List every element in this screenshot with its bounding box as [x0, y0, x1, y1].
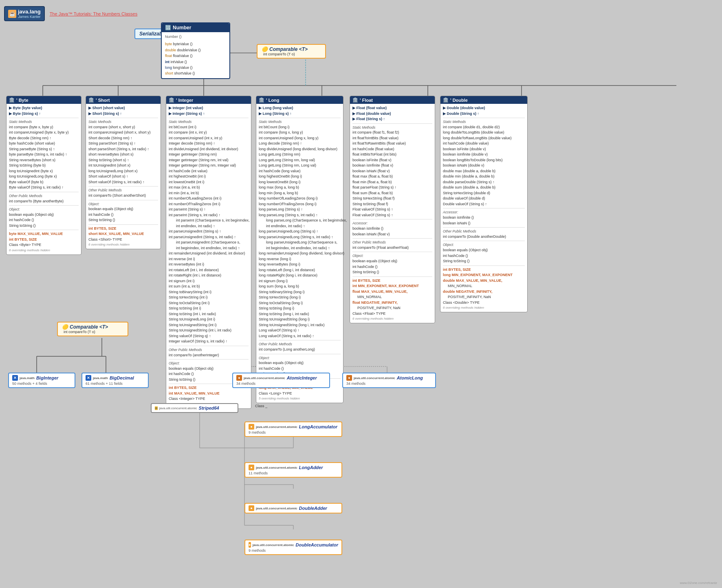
long-m11: long lowestOneBit (long i) — [259, 180, 341, 185]
long-m26: long reverseBytes (long i) — [259, 262, 341, 268]
short-body: ▶ Short (short value) ▶ Short (String s)… — [86, 104, 161, 249]
float-m16: Float valueOf (String s) ↑ — [352, 213, 432, 218]
int-m34: String toString (int i) — [169, 306, 249, 312]
double-line1: ▶ Double (double value) — [443, 105, 525, 111]
int-m22: int parseUnsignedInt (CharSequence s, — [169, 240, 249, 246]
int-m37: String toUnsignedString (int i) — [169, 323, 249, 328]
comparable-top-icon: 🟡 — [262, 46, 268, 52]
long-class-box: 🏛️ ' Long ▶ Long (long value) ▶ Long (St… — [256, 96, 343, 403]
long-m36: String toUnsignedString (long i) — [259, 317, 341, 323]
byte-object-label: Object: — [9, 207, 79, 212]
longaccumulator-header: ● java.util.concurrent.atomic LongAccumu… — [249, 424, 338, 430]
long-m31: String toBinaryString (long i) — [259, 290, 341, 295]
comparable-top-method: int compareTo (T o) — [262, 52, 321, 56]
short-icon: 🏛️ — [88, 97, 94, 103]
atomicinteger-detail: 34 methods — [236, 382, 326, 386]
int-f3: Class <Integer> TYPE — [169, 396, 249, 402]
biginteger-box: ✕ java.math BigInteger 50 methods + 4 fi… — [8, 373, 75, 388]
long-m27: long rotateLeft (long i, int distance) — [259, 268, 341, 273]
long-m42: int hashCode () — [259, 366, 341, 372]
atomiclong-title: AtomicLong — [397, 375, 423, 380]
long-m6: Long getLong (String nm) — [259, 152, 341, 158]
float-body: ▶ Float (float value) ▶ Float (double va… — [350, 104, 435, 323]
long-m10: long highestOneBit (long i) — [259, 174, 341, 180]
float-m2: int floatToIntBits (float value) — [352, 136, 432, 141]
app-subtitle: James Kanter — [18, 15, 41, 19]
float-line3: ▶ Float (String s) ↑ — [352, 116, 432, 122]
number-title: Number — [173, 25, 191, 31]
striped64-title: Striped64 — [199, 406, 219, 410]
float-f3: float MAX_VALUE, MIN_VALUE, — [352, 289, 432, 295]
short-m15: String toString () — [88, 217, 158, 223]
float-m7: boolean isInfinite (float v) — [352, 163, 432, 169]
byte-f2: int BYTES, SIZE — [9, 237, 79, 243]
comparable-top-label: Comparable <T> — [269, 46, 308, 52]
int-m40: Integer valueOf (String s, int radix) ↑ — [169, 339, 249, 344]
doubleaccumulator-box: ● java.util.concurrent.atomic DoubleAccu… — [244, 540, 342, 555]
byte-m4: byte hashCode (short value) — [9, 141, 79, 147]
byte-f3: Class <Byte> TYPE — [9, 242, 79, 248]
short-line2: ▶ Short (String s) ↑ — [88, 111, 158, 117]
double-class-box: 🏛️ ' Double ▶ Double (double value) ▶ Do… — [440, 96, 528, 312]
comparable-bottom-label: Comparable <T> — [70, 324, 108, 330]
byte-m16: String toString () — [9, 223, 79, 229]
longadder-title: LongAdder — [299, 465, 323, 470]
long-m32: String toHexString (long i) — [259, 295, 341, 301]
int-m3: int compareUnsigned (int x, int y) — [169, 136, 249, 141]
double-m3: long doubleToRawLongBits (double value) — [443, 136, 525, 141]
tutorial-link[interactable]: The Java™ Tutorials: The Numbers Classes — [50, 11, 138, 16]
float-m10: float min (float a, float b) — [352, 180, 432, 185]
float-f4: MIN_NORMAL — [352, 294, 432, 300]
long-m14: long numberOfLeadingZeros (long i) — [259, 196, 341, 202]
float-line1: ▶ Float (float value) — [352, 105, 432, 111]
float-m9: float max (float a, float b) — [352, 174, 432, 180]
number-body: Number () byte byteValue () double doubl… — [162, 32, 229, 78]
byte-m15: int hashCode () — [9, 217, 79, 223]
short-m14: int hashCode () — [88, 212, 158, 218]
long-m4: Long decode (String nm) ↑ — [259, 141, 341, 147]
long-line2: ▶ Long (String s) ↑ — [259, 111, 341, 117]
bigdecimal-title: BigDecimal — [110, 375, 134, 380]
int-m16: int parseInt (String s) ↑ — [169, 207, 249, 213]
float-m5: float intBitsToFloat (int bits) — [352, 152, 432, 158]
byte-static-label: Static Methods — [9, 119, 79, 125]
long-m23: int beginIndex, int endIndex, int radix)… — [259, 246, 341, 251]
float-m6: boolean isFinite (float v) — [352, 158, 432, 163]
long-m39: Long valueOf (String s, int radix) ↑ — [259, 333, 341, 339]
doubleaccumulator-header: ● java.util.concurrent.atomic DoubleAccu… — [249, 542, 338, 548]
double-f7: Class <Double> TYPE — [443, 300, 525, 306]
double-m20: int hashCode () — [443, 253, 525, 259]
striped64-box: III java.util.concurrent.atomic Striped6… — [151, 403, 238, 413]
int-m14: int numberOfLeadingZeros (int i) — [169, 196, 249, 202]
long-m5: long divideUnsigned (long dividend, long… — [259, 147, 341, 152]
number-method-2: double doubleValue () — [165, 47, 226, 53]
double-m9: double max (double a, double b) — [443, 169, 525, 174]
byte-m11: Byte valueOf (byte b) — [9, 180, 79, 185]
int-m8: Integer getInteger (String nm, Integer v… — [169, 163, 249, 169]
byte-m12: Byte valueOf (String s, int radix) ↑ — [9, 185, 79, 191]
float-f6: POSITIVE_INFINITY, NaN — [352, 305, 432, 311]
int-m18: int parseInt (CharSequence s, int beginI… — [169, 218, 249, 224]
doubleadder-header: ● java.util.concurrent.atomic DoubleAdde… — [249, 505, 338, 511]
double-hidden: 6 overriding methods hidden — [443, 305, 525, 310]
double-object-label: Object: — [443, 242, 525, 248]
long-m34: String toString (long i) — [259, 306, 341, 312]
long-m30: long sum (long a, long b) — [259, 284, 341, 290]
int-m28: int rotateRight (int i, int distance) — [169, 273, 249, 279]
atomiclong-package: java.util.concurrent.atomic — [354, 376, 395, 380]
atomiclong-detail: 34 methods — [346, 382, 432, 386]
comparable-bottom-method: int compareTo (T o) — [62, 330, 123, 334]
long-m29: int signum (long i) — [259, 279, 341, 284]
short-m8: int toUnsignedInt (short x) — [88, 163, 158, 169]
byte-f1: byte MAX_VALUE, MIN_VALUE — [9, 231, 79, 237]
double-header-label: ' Double — [450, 98, 468, 103]
longaccumulator-detail: 9 methods — [249, 430, 338, 434]
int-m31: String toBinaryString (int i) — [169, 290, 249, 295]
int-m41: int compareTo (anotherInteger) — [169, 353, 249, 358]
biginteger-header: ✕ java.math BigInteger — [12, 375, 71, 381]
int-m35: String toString (int i, int radix) — [169, 312, 249, 317]
biginteger-title: BigInteger — [36, 375, 58, 380]
double-f1: int BYTES, SIZE — [443, 267, 525, 273]
int-m26: int reverseBytes (int i) — [169, 262, 249, 268]
short-m10: Short valueOf (short s) ↑ — [88, 174, 158, 180]
